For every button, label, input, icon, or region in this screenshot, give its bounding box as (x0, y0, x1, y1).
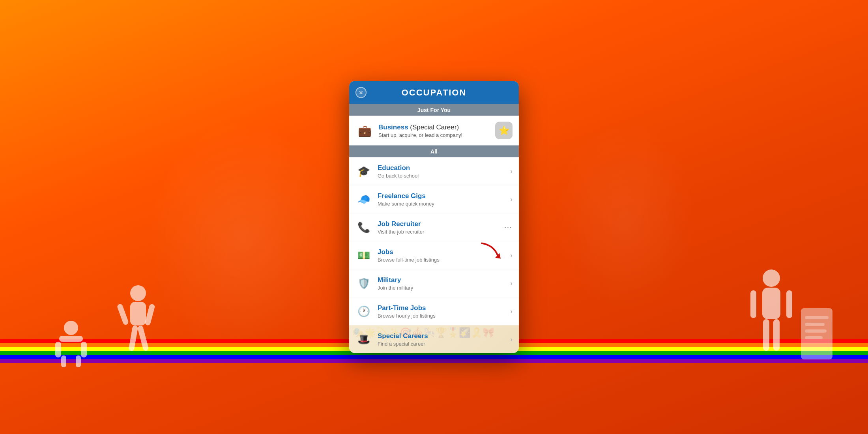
part-time-arrow: › (510, 307, 513, 315)
part-time-title: Part-Time Jobs (378, 304, 510, 312)
modal-title: OCCUPATION (402, 88, 467, 98)
annotation-arrow (478, 241, 501, 261)
featured-star-badge: ⭐ (495, 122, 513, 139)
svg-rect-8 (116, 303, 129, 326)
freelance-icon: 🧢 (355, 191, 372, 208)
job-recruiter-icon: 📞 (355, 219, 372, 236)
modal-header: ✕ OCCUPATION (349, 81, 519, 104)
svg-rect-10 (128, 325, 138, 351)
featured-subtitle: Start up, acquire, or lead a company! (378, 132, 495, 138)
part-time-icon: 🕐 (355, 303, 372, 320)
military-arrow: › (510, 279, 513, 287)
svg-point-6 (130, 285, 146, 301)
part-time-subtitle: Browse hourly job listings (378, 312, 510, 318)
military-title: Military (378, 276, 510, 284)
svg-rect-5 (76, 355, 81, 367)
close-button[interactable]: ✕ (355, 87, 367, 98)
freelance-title: Freelance Gigs (378, 192, 510, 200)
svg-rect-7 (130, 302, 146, 326)
menu-item-special-careers[interactable]: 🎭🌟💫✨🎯🎪🎠🏆🎖️🌠🎗️🎀 🎩 Special Careers Find a … (349, 326, 519, 353)
figure-standing (746, 269, 797, 373)
svg-rect-13 (762, 288, 780, 319)
svg-rect-14 (750, 290, 756, 318)
freelance-arrow: › (510, 195, 513, 203)
svg-rect-17 (773, 319, 780, 351)
menu-item-part-time[interactable]: 🕐 Part-Time Jobs Browse hourly job listi… (349, 297, 519, 326)
special-careers-icon: 🎩 (355, 331, 372, 348)
jobs-arrow: › (510, 251, 513, 259)
figure-running (110, 284, 166, 373)
menu-item-job-recruiter[interactable]: 📞 Job Recruiter Visit the job recruiter … (349, 213, 519, 241)
svg-rect-18 (801, 308, 832, 359)
figure-document (797, 306, 836, 363)
menu-item-education[interactable]: 🎓 Education Go back to school › (349, 157, 519, 185)
special-careers-title: Special Careers (378, 332, 510, 340)
svg-rect-21 (805, 329, 827, 333)
education-title: Education (378, 164, 510, 172)
special-careers-arrow: › (510, 335, 513, 343)
job-recruiter-subtitle: Visit the job recruiter (378, 228, 504, 234)
section-just-for-you: Just For You (349, 104, 519, 116)
figure-crawling (47, 320, 95, 373)
featured-title: Business (Special Career) (378, 123, 495, 131)
svg-rect-19 (805, 316, 829, 319)
military-icon: 🛡️ (355, 275, 372, 292)
svg-rect-2 (55, 342, 61, 357)
military-subtitle: Join the military (378, 284, 510, 290)
svg-rect-11 (137, 325, 149, 351)
education-icon: 🎓 (355, 163, 372, 180)
freelance-subtitle: Make some quick money (378, 200, 510, 206)
job-recruiter-dots: ··· (504, 223, 513, 231)
svg-rect-22 (805, 336, 823, 339)
svg-rect-20 (805, 323, 825, 326)
featured-text: Business (Special Career) Start up, acqu… (378, 123, 495, 138)
section-all: All (349, 146, 519, 157)
svg-point-12 (763, 269, 780, 287)
svg-rect-15 (786, 290, 792, 318)
svg-point-0 (64, 321, 78, 335)
job-recruiter-title: Job Recruiter (378, 220, 504, 228)
business-icon: 💼 (355, 122, 374, 140)
menu-item-military[interactable]: 🛡️ Military Join the military › (349, 269, 519, 297)
svg-rect-3 (81, 342, 87, 357)
jobs-icon: 💵 (355, 247, 372, 264)
education-arrow: › (510, 167, 513, 175)
occupation-modal: ✕ OCCUPATION Just For You 💼 Business (Sp… (349, 81, 519, 353)
menu-item-jobs[interactable]: 💵 Jobs Browse full-time job listings › (349, 241, 519, 269)
svg-marker-23 (495, 253, 501, 259)
featured-business-item[interactable]: 💼 Business (Special Career) Start up, ac… (349, 116, 519, 146)
education-subtitle: Go back to school (378, 172, 510, 178)
svg-rect-16 (763, 319, 769, 351)
svg-rect-4 (61, 355, 66, 367)
svg-rect-1 (59, 336, 83, 342)
svg-rect-9 (144, 303, 155, 326)
special-careers-subtitle: Find a special career (378, 340, 510, 346)
menu-item-freelance[interactable]: 🧢 Freelance Gigs Make some quick money › (349, 185, 519, 213)
